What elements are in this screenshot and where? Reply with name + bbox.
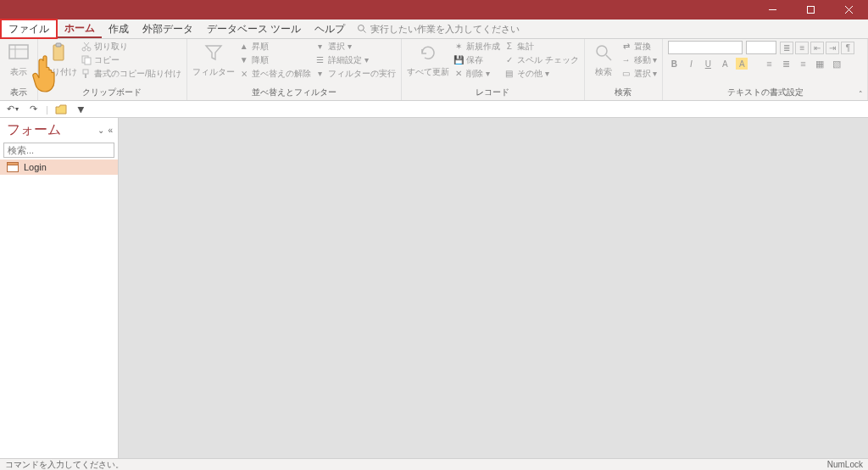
svg-rect-17 [83,70,88,74]
find-button[interactable]: 検索 [590,41,617,78]
new-record-button[interactable]: ✶新規作成 [453,41,500,53]
text-direction-button[interactable]: ¶ [841,42,854,54]
align-center-button[interactable]: ≣ [780,58,792,70]
svg-rect-16 [85,58,91,64]
svg-point-19 [597,46,607,56]
remove-sort-label: 並べ替えの解除 [252,68,311,80]
toggle-filter-button[interactable]: ▾フィルターの実行 [314,68,396,80]
align-left-button[interactable]: ≡ [763,58,775,70]
fill-color-button[interactable]: ▧ [831,58,843,70]
refresh-all-button[interactable]: すべて更新 [407,41,449,78]
paste-label: 貼り付け [43,66,77,78]
nav-search-box[interactable] [3,143,114,158]
svg-rect-9 [53,45,64,60]
nav-collapse-button[interactable]: « [108,126,113,135]
workspace: フォーム ⌄ « Login [0,118,868,458]
view-button[interactable]: 表示 [5,41,32,78]
replace-label: 置換 [634,41,651,53]
sort-desc-icon: ▼ [238,54,250,66]
funnel-icon: ▾ [314,41,326,53]
minimize-button[interactable] [754,0,792,20]
group-label-clipboard: クリップボード [43,87,181,100]
format-painter-button[interactable]: 書式のコピー/貼り付け [81,68,181,80]
bullets-button[interactable]: ≣ [780,42,793,54]
copy-button[interactable]: コピー [81,54,181,66]
remove-sort-button[interactable]: ⨯並べ替えの解除 [238,68,311,80]
view-label: 表示 [10,66,27,78]
qat-customize-button[interactable]: ⯆ [74,102,89,117]
svg-line-20 [606,55,611,60]
font-size-select[interactable] [746,41,776,54]
ribbon: 表示 表示 貼り付け 切り取り コピー [0,39,868,101]
nav-title[interactable]: フォーム [7,121,61,139]
totals-button[interactable]: Σ集計 [504,41,579,53]
status-right: NumLock [827,460,863,469]
navigation-pane: フォーム ⌄ « Login [0,118,119,458]
collapse-ribbon-button[interactable]: ˄ [859,90,863,98]
cut-icon [81,41,92,53]
advanced-filter-button[interactable]: ☰詳細設定 ▾ [314,54,396,66]
new-icon: ✶ [453,41,465,53]
select-button[interactable]: ▭選択 ▾ [620,68,658,80]
numbering-button[interactable]: ≡ [795,42,809,54]
sigma-icon: Σ [504,41,515,53]
delete-record-button[interactable]: ✕削除 ▾ [453,68,500,80]
font-family-select[interactable] [668,41,743,54]
nav-item-login[interactable]: Login [0,159,118,175]
indent-increase-button[interactable]: ⇥ [826,42,839,54]
filter-label: フィルター [192,66,235,78]
save-record-button[interactable]: 💾保存 [453,54,500,66]
select-label: 選択 ▾ [634,68,658,80]
indent-decrease-button[interactable]: ⇤ [810,42,824,54]
svg-point-4 [359,25,364,31]
redo-button[interactable]: ↷ [25,102,41,117]
nav-search-input[interactable] [4,145,128,155]
undo-button[interactable]: ↶▾ [5,102,20,117]
highlight-button[interactable]: A [736,58,748,70]
tab-home[interactable]: ホーム [58,20,102,38]
more-records-button[interactable]: ▤その他 ▾ [504,68,579,80]
cut-button[interactable]: 切り取り [81,41,181,53]
copy-icon [81,54,92,66]
delete-icon: ✕ [453,68,465,80]
spelling-button[interactable]: ✓スペル チェック [504,54,579,66]
tab-database-tools[interactable]: データベース ツール [200,20,308,38]
goto-button[interactable]: →移動 ▾ [620,54,658,66]
delete-record-label: 削除 ▾ [466,68,490,80]
spelling-label: スペル チェック [517,54,579,66]
remove-sort-icon: ⨯ [238,68,250,80]
svg-rect-24 [8,163,19,165]
paste-button[interactable]: 貼り付け [43,41,77,78]
close-button[interactable] [830,0,868,20]
font-color-button[interactable]: A [719,58,731,70]
replace-icon: ⇄ [620,41,632,53]
align-right-button[interactable]: ≡ [797,58,809,70]
replace-button[interactable]: ⇄置換 [620,41,658,53]
goto-label: 移動 ▾ [634,54,658,66]
italic-button[interactable]: I [685,58,697,70]
group-label-records: レコード [407,87,579,100]
status-left: コマンドを入力してください。 [5,459,124,471]
nav-filter-dropdown[interactable]: ⌄ [97,126,104,135]
sort-asc-button[interactable]: ▲昇順 [238,41,311,53]
cut-label: 切り取り [94,41,128,53]
tell-me-search[interactable]: 実行したい作業を入力してください [352,20,525,38]
save-record-label: 保存 [466,54,483,66]
ribbon-tabs: ファイル ホーム 作成 外部データ データベース ツール ヘルプ 実行したい作業… [0,20,868,39]
tab-external-data[interactable]: 外部データ [136,20,200,38]
status-bar: コマンドを入力してください。 NumLock [0,458,868,470]
svg-rect-6 [9,45,28,59]
maximize-button[interactable] [792,0,830,20]
open-folder-button[interactable] [53,102,69,117]
underline-button[interactable]: U [702,58,714,70]
tab-file[interactable]: ファイル [0,19,58,39]
sort-desc-button[interactable]: ▼降順 [238,54,311,66]
filter-button[interactable]: フィルター [192,41,235,78]
tab-help[interactable]: ヘルプ [308,20,352,38]
tab-create[interactable]: 作成 [102,20,136,38]
goto-icon: → [620,54,632,66]
bold-button[interactable]: B [668,58,680,70]
selection-button[interactable]: ▾選択 ▾ [314,41,396,53]
group-label-sort: 並べ替えとフィルター [192,87,396,100]
gridlines-button[interactable]: ▦ [814,58,826,70]
